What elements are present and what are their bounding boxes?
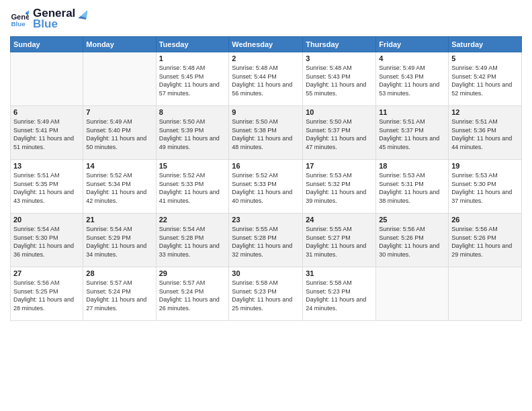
day-info: Sunrise: 5:51 AMSunset: 5:36 PMDaylight:… [451,118,519,151]
day-info: Sunrise: 5:49 AMSunset: 5:42 PMDaylight:… [451,64,519,97]
weekday-friday: Friday [376,37,449,52]
day-number: 31 [306,269,373,277]
day-info: Sunrise: 5:53 AMSunset: 5:31 PMDaylight:… [379,171,445,205]
day-number: 24 [306,216,373,224]
day-cell-12: 12Sunrise: 5:51 AMSunset: 5:36 PMDayligh… [449,106,522,160]
weekday-tuesday: Tuesday [156,37,229,52]
day-cell-8: 8Sunrise: 5:50 AMSunset: 5:39 PMDaylight… [156,106,229,160]
day-cell-18: 18Sunrise: 5:53 AMSunset: 5:31 PMDayligh… [376,160,449,214]
day-number: 1 [159,54,226,62]
day-info: Sunrise: 5:51 AMSunset: 5:37 PMDaylight:… [379,118,445,151]
day-info: Sunrise: 5:53 AMSunset: 5:30 PMDaylight:… [451,171,519,205]
day-number: 17 [306,162,373,170]
day-info: Sunrise: 5:49 AMSunset: 5:43 PMDaylight:… [379,64,445,97]
day-info: Sunrise: 5:56 AMSunset: 5:25 PMDaylight:… [13,279,80,312]
day-info: Sunrise: 5:48 AMSunset: 5:43 PMDaylight:… [306,64,373,97]
calendar-table: SundayMondayTuesdayWednesdayThursdayFrid… [10,36,522,321]
day-cell-6: 6Sunrise: 5:49 AMSunset: 5:41 PMDaylight… [11,106,83,160]
day-cell-3: 3Sunrise: 5:48 AMSunset: 5:43 PMDaylight… [303,52,376,106]
day-number: 27 [13,269,80,277]
day-info: Sunrise: 5:53 AMSunset: 5:32 PMDaylight:… [306,171,373,205]
day-number: 3 [306,54,373,62]
empty-cell [83,52,156,106]
day-info: Sunrise: 5:52 AMSunset: 5:33 PMDaylight:… [232,171,300,205]
day-cell-4: 4Sunrise: 5:49 AMSunset: 5:43 PMDaylight… [376,52,449,106]
day-info: Sunrise: 5:56 AMSunset: 5:26 PMDaylight:… [451,225,519,259]
day-number: 13 [13,162,80,170]
calendar-page: General Blue General Blue [0,0,532,411]
week-row-2: 6Sunrise: 5:49 AMSunset: 5:41 PMDaylight… [11,106,522,160]
day-info: Sunrise: 5:54 AMSunset: 5:29 PMDaylight:… [86,225,152,259]
day-number: 11 [379,108,445,116]
day-cell-22: 22Sunrise: 5:54 AMSunset: 5:28 PMDayligh… [156,214,229,267]
svg-text:Blue: Blue [11,20,26,28]
day-info: Sunrise: 5:52 AMSunset: 5:33 PMDaylight:… [159,171,226,205]
weekday-thursday: Thursday [303,37,376,52]
day-cell-17: 17Sunrise: 5:53 AMSunset: 5:32 PMDayligh… [303,160,376,214]
day-cell-25: 25Sunrise: 5:56 AMSunset: 5:26 PMDayligh… [376,214,449,267]
day-info: Sunrise: 5:50 AMSunset: 5:37 PMDaylight:… [306,118,373,151]
day-number: 26 [451,216,519,224]
day-cell-1: 1Sunrise: 5:48 AMSunset: 5:45 PMDaylight… [156,52,229,106]
day-cell-9: 9Sunrise: 5:50 AMSunset: 5:38 PMDaylight… [229,106,303,160]
day-number: 19 [451,162,519,170]
day-cell-19: 19Sunrise: 5:53 AMSunset: 5:30 PMDayligh… [449,160,522,214]
day-number: 5 [451,54,519,62]
day-cell-10: 10Sunrise: 5:50 AMSunset: 5:37 PMDayligh… [303,106,376,160]
day-cell-24: 24Sunrise: 5:55 AMSunset: 5:27 PMDayligh… [303,214,376,267]
day-number: 8 [159,108,226,116]
day-info: Sunrise: 5:58 AMSunset: 5:23 PMDaylight:… [232,279,300,312]
day-number: 25 [379,216,445,224]
day-number: 28 [86,269,152,277]
day-number: 7 [86,108,152,116]
empty-cell [449,267,522,321]
day-cell-26: 26Sunrise: 5:56 AMSunset: 5:26 PMDayligh… [449,214,522,267]
day-cell-29: 29Sunrise: 5:57 AMSunset: 5:24 PMDayligh… [156,267,229,321]
day-info: Sunrise: 5:54 AMSunset: 5:28 PMDaylight:… [159,225,226,259]
day-cell-2: 2Sunrise: 5:48 AMSunset: 5:44 PMDaylight… [229,52,303,106]
week-row-5: 27Sunrise: 5:56 AMSunset: 5:25 PMDayligh… [11,267,522,321]
day-cell-28: 28Sunrise: 5:57 AMSunset: 5:24 PMDayligh… [83,267,156,321]
day-cell-20: 20Sunrise: 5:54 AMSunset: 5:30 PMDayligh… [11,214,83,267]
day-number: 29 [159,269,226,277]
day-number: 6 [13,108,80,116]
day-cell-31: 31Sunrise: 5:58 AMSunset: 5:23 PMDayligh… [303,267,376,321]
day-number: 30 [232,269,300,277]
header: General Blue General Blue [10,7,522,31]
day-number: 14 [86,162,152,170]
day-info: Sunrise: 5:55 AMSunset: 5:28 PMDaylight:… [232,225,300,259]
day-number: 18 [379,162,445,170]
empty-cell [376,267,449,321]
day-number: 9 [232,108,300,116]
day-number: 23 [232,216,300,224]
day-cell-30: 30Sunrise: 5:58 AMSunset: 5:23 PMDayligh… [229,267,303,321]
day-cell-11: 11Sunrise: 5:51 AMSunset: 5:37 PMDayligh… [376,106,449,160]
weekday-sunday: Sunday [11,37,83,52]
day-number: 10 [306,108,373,116]
weekday-monday: Monday [83,37,156,52]
day-info: Sunrise: 5:48 AMSunset: 5:45 PMDaylight:… [159,64,226,97]
logo: General Blue General Blue [10,7,87,31]
day-number: 16 [232,162,300,170]
day-cell-23: 23Sunrise: 5:55 AMSunset: 5:28 PMDayligh… [229,214,303,267]
day-number: 2 [232,54,300,62]
day-number: 22 [159,216,226,224]
weekday-wednesday: Wednesday [229,37,303,52]
weekday-header-row: SundayMondayTuesdayWednesdayThursdayFrid… [11,37,522,52]
day-info: Sunrise: 5:50 AMSunset: 5:39 PMDaylight:… [159,118,226,151]
day-info: Sunrise: 5:57 AMSunset: 5:24 PMDaylight:… [86,279,152,312]
week-row-3: 13Sunrise: 5:51 AMSunset: 5:35 PMDayligh… [11,160,522,214]
day-info: Sunrise: 5:55 AMSunset: 5:27 PMDaylight:… [306,225,373,259]
day-info: Sunrise: 5:58 AMSunset: 5:23 PMDaylight:… [306,279,373,312]
day-info: Sunrise: 5:49 AMSunset: 5:40 PMDaylight:… [86,118,152,151]
day-cell-5: 5Sunrise: 5:49 AMSunset: 5:42 PMDaylight… [449,52,522,106]
day-cell-7: 7Sunrise: 5:49 AMSunset: 5:40 PMDaylight… [83,106,156,160]
day-info: Sunrise: 5:54 AMSunset: 5:30 PMDaylight:… [13,225,80,259]
day-info: Sunrise: 5:52 AMSunset: 5:34 PMDaylight:… [86,171,152,205]
day-cell-15: 15Sunrise: 5:52 AMSunset: 5:33 PMDayligh… [156,160,229,214]
day-number: 4 [379,54,445,62]
day-info: Sunrise: 5:57 AMSunset: 5:24 PMDaylight:… [159,279,226,312]
day-info: Sunrise: 5:50 AMSunset: 5:38 PMDaylight:… [232,118,300,151]
empty-cell [11,52,83,106]
day-cell-14: 14Sunrise: 5:52 AMSunset: 5:34 PMDayligh… [83,160,156,214]
